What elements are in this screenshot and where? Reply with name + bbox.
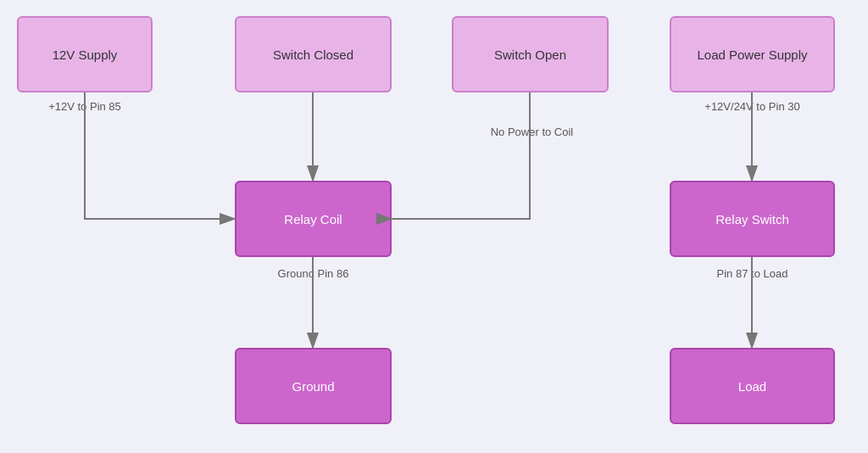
label-load-power-to-switch: +12V/24V to Pin 30 (670, 100, 835, 113)
node-ground-label: Ground (292, 379, 334, 394)
arrow-switch-open-to-coil (392, 92, 530, 219)
label-switch-to-load: Pin 87 to Load (670, 267, 835, 280)
node-ground: Ground (235, 348, 392, 424)
label-supply-to-coil: +12V to Pin 85 (17, 100, 153, 113)
node-relay-coil: Relay Coil (235, 181, 392, 257)
label-switch-open-to-coil: No Power to Coil (453, 126, 610, 138)
node-load-power: Load Power Supply (670, 16, 835, 92)
node-relay-switch: Relay Switch (670, 181, 835, 257)
node-load-power-label: Load Power Supply (697, 48, 807, 62)
node-load-label: Load (738, 379, 766, 394)
node-relay-switch-label: Relay Switch (715, 212, 789, 226)
node-switch-open: Switch Open (452, 16, 609, 92)
diagram: 12V Supply Switch Closed Switch Open Loa… (0, 0, 868, 453)
node-switch-closed: Switch Closed (235, 16, 392, 92)
node-relay-coil-label: Relay Coil (284, 212, 342, 226)
node-load: Load (670, 348, 835, 424)
node-12v-supply-label: 12V Supply (53, 48, 118, 62)
node-switch-open-label: Switch Open (494, 48, 566, 62)
node-12v-supply: 12V Supply (17, 16, 153, 92)
label-coil-to-ground: Ground Pin 86 (235, 267, 392, 280)
node-switch-closed-label: Switch Closed (273, 48, 353, 62)
